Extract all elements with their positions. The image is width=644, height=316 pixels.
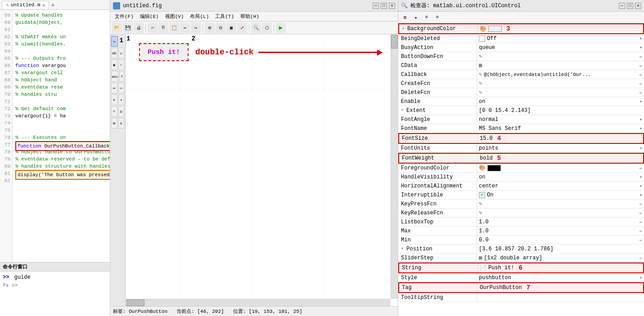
- listbox-tool[interactable]: ≡: [111, 94, 117, 105]
- create-fcn-edit[interactable]: ✏: [639, 81, 642, 86]
- prop-value-font-name[interactable]: MS Sans Serif ▾: [477, 124, 644, 133]
- prop-value-delete-fcn[interactable]: ✎ ✏: [477, 88, 644, 97]
- prop-value-slider-step[interactable]: ▦ [1x2 double array] ✏: [477, 254, 644, 262]
- prop-value-background-color[interactable]: 🎨 3: [478, 24, 643, 33]
- frame-tool[interactable]: ▭: [118, 83, 125, 93]
- menu-help[interactable]: 帮助(H): [238, 12, 262, 21]
- key-release-fcn-edit[interactable]: ✏: [639, 210, 642, 216]
- select-tool[interactable]: ↖: [111, 36, 118, 47]
- tb-cut-button[interactable]: ✂: [148, 23, 158, 33]
- listbox-top-edit[interactable]: ✏: [639, 219, 642, 225]
- min-edit[interactable]: ✏: [639, 237, 642, 243]
- tb-resize-button[interactable]: ⤢: [237, 23, 247, 33]
- font-angle-dropdown[interactable]: ▾: [639, 117, 642, 122]
- tb-export-button[interactable]: ⬡: [262, 23, 272, 33]
- font-units-dropdown[interactable]: ▾: [639, 146, 642, 151]
- axes-tool[interactable]: ⌗: [111, 106, 117, 117]
- prop-value-handle-visibility[interactable]: on ▾: [477, 173, 644, 181]
- inspector-tb-btn2[interactable]: ★: [411, 13, 421, 22]
- inspector-minimize[interactable]: ─: [619, 3, 625, 9]
- panel-tool[interactable]: ⊡: [118, 106, 125, 117]
- prop-value-max[interactable]: 1.0 ✏: [477, 227, 644, 235]
- prop-value-listbox-top[interactable]: 1.0 ✏: [477, 218, 644, 226]
- delete-fcn-edit[interactable]: ✏: [639, 90, 642, 95]
- slider-step-edit[interactable]: ✏: [639, 255, 642, 261]
- enable-dropdown[interactable]: ▾: [639, 99, 642, 104]
- minimize-button[interactable]: ─: [373, 3, 379, 9]
- menu-view[interactable]: 视图(V): [162, 12, 187, 21]
- prop-value-font-units[interactable]: points ▾: [477, 144, 644, 152]
- check-tool[interactable]: ✓: [118, 59, 125, 70]
- button-down-fcn-edit[interactable]: ✏: [639, 54, 642, 59]
- prop-value-callback[interactable]: ✎ @(hObject,eventdata)untitled('Our... ✏: [477, 70, 644, 79]
- inspector-close[interactable]: ✕: [635, 3, 641, 9]
- tb-redo-button[interactable]: ↪: [191, 23, 201, 33]
- prop-value-extent[interactable]: [0 0 15.4 2.143]: [477, 106, 644, 115]
- horizontal-alignment-dropdown[interactable]: ▾: [639, 183, 642, 189]
- menu-edit[interactable]: 编辑(E): [137, 12, 162, 21]
- prop-value-style[interactable]: pushbutton ▾: [477, 273, 644, 282]
- prop-value-being-deleted[interactable]: Off ▾: [477, 34, 644, 43]
- push-button-widget[interactable]: Push it!: [139, 43, 189, 61]
- editor-tab[interactable]: ✎ untitled.m ✕: [2, 1, 49, 9]
- tb-zoom-button[interactable]: 🔍: [251, 23, 261, 33]
- tb-open-button[interactable]: 📂: [112, 23, 122, 33]
- slider-tool[interactable]: ━: [111, 83, 117, 93]
- tb-paste-button[interactable]: 📋: [169, 23, 179, 33]
- radio-tool[interactable]: ◉: [111, 59, 117, 70]
- inspector-tb-btn1[interactable]: ⊞: [400, 13, 410, 22]
- maximize-button[interactable]: □: [381, 3, 387, 9]
- edit-tool[interactable]: abc: [111, 71, 118, 82]
- prop-value-tooltip-string[interactable]: [477, 293, 644, 302]
- figure-canvas[interactable]: 1 Push it! 2 double-click: [126, 34, 398, 306]
- tab-close-button[interactable]: ✕: [42, 2, 45, 8]
- menu-tools[interactable]: 工具(T): [212, 12, 237, 21]
- prop-value-tag[interactable]: OurPushButton 7: [478, 283, 643, 292]
- prop-value-cdata[interactable]: ▦ ✏: [477, 61, 644, 70]
- being-deleted-checkbox[interactable]: [479, 36, 485, 42]
- prop-value-font-angle[interactable]: normal ▾: [477, 115, 644, 124]
- new-tab-button[interactable]: +: [51, 1, 54, 9]
- prop-value-position[interactable]: [3.6 10.857 20.2 1.786]: [477, 245, 644, 253]
- scroll-thumb-v[interactable]: [391, 35, 398, 49]
- canvas-scroll-horizontal[interactable]: [126, 299, 391, 306]
- interruptible-checkbox[interactable]: ✓: [479, 192, 485, 198]
- menu-layout[interactable]: 布局(L): [187, 12, 212, 21]
- being-deleted-dropdown[interactable]: ▾: [639, 36, 642, 41]
- prop-value-font-size[interactable]: 15.0 4: [478, 134, 643, 143]
- scroll-thumb-h[interactable]: [126, 299, 144, 306]
- font-name-dropdown[interactable]: ▾: [639, 126, 642, 131]
- callback-edit[interactable]: ✏: [639, 72, 642, 77]
- toggle-tool[interactable]: ☑: [118, 48, 125, 58]
- tb-print-button[interactable]: 🖨: [134, 23, 144, 33]
- prop-value-busy-action[interactable]: queue ▾: [477, 43, 644, 52]
- cdata-edit[interactable]: ✏: [639, 63, 642, 68]
- prop-value-interruptible[interactable]: ✓ On ▾: [477, 191, 644, 199]
- max-edit[interactable]: ✏: [639, 228, 642, 234]
- busy-action-dropdown[interactable]: ▾: [639, 45, 642, 50]
- canvas-scroll-vertical[interactable]: [391, 34, 398, 299]
- inspector-maximize[interactable]: □: [627, 3, 633, 9]
- foreground-edit[interactable]: ✏: [639, 165, 642, 171]
- tb-align-button[interactable]: ⊞: [205, 23, 215, 33]
- close-button[interactable]: ✕: [389, 3, 395, 9]
- style-dropdown[interactable]: ▾: [639, 275, 642, 280]
- prop-value-foreground-color[interactable]: 🎨 ✏: [477, 164, 644, 172]
- popup-tool[interactable]: ▾: [118, 94, 125, 105]
- color-swatch-foreground[interactable]: [487, 165, 501, 171]
- prop-value-string[interactable]: 📄 Push it! 6: [478, 263, 643, 272]
- interruptible-dropdown[interactable]: ▾: [639, 192, 642, 198]
- prop-value-font-weight[interactable]: bold 5: [478, 154, 643, 163]
- handle-visibility-dropdown[interactable]: ▾: [639, 174, 642, 180]
- prop-value-horizontal-alignment[interactable]: center ▾: [477, 182, 644, 190]
- prop-value-enable[interactable]: on ▾: [477, 97, 644, 106]
- prop-value-button-down-fcn[interactable]: ✎ ✏: [477, 52, 644, 61]
- activex-tool[interactable]: X: [118, 118, 125, 129]
- color-swatch-background[interactable]: [488, 26, 502, 32]
- tb-grid-button[interactable]: ▦: [226, 23, 236, 33]
- prop-value-key-release-fcn[interactable]: ✎ ✏: [477, 209, 644, 217]
- inspector-tb-btn3[interactable]: ≡: [422, 13, 432, 22]
- tb-undo-button[interactable]: ↩: [180, 23, 190, 33]
- tb-save-button[interactable]: 💾: [123, 23, 133, 33]
- prop-value-min[interactable]: 0.0 ✏: [477, 236, 644, 244]
